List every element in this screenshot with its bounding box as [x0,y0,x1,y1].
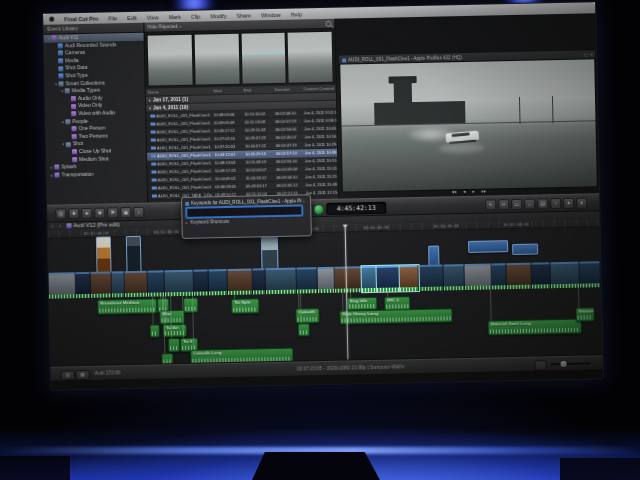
timeline-clip-video[interactable] [194,269,210,295]
timeline-clip-video[interactable] [76,272,92,298]
favorite-icon[interactable]: ★ [81,208,92,219]
fast-forward-icon[interactable]: ▸▸ [482,188,487,196]
menu-item-clip[interactable]: Clip [186,13,206,19]
menu-item-share[interactable]: Share [231,12,256,19]
timeline-clip-video[interactable] [317,267,335,293]
position-tool-icon[interactable]: ⇔ [524,199,535,210]
timeline-clip-video[interactable] [148,270,166,296]
column-header-duration[interactable]: Duration [272,85,301,93]
viewer-settings-icon[interactable]: ≡ [590,52,593,57]
trim-tool-icon[interactable]: ▭ [511,199,522,210]
timeline-clip-video[interactable] [361,266,377,292]
clip-appearance-icon[interactable]: ▤ [537,198,548,209]
menu-item-file[interactable]: File [103,15,122,21]
timeline-clip-audio[interactable] [298,323,310,336]
timeline-clip-video[interactable] [209,269,229,295]
menu-item-view[interactable]: View [142,14,164,20]
timeline-clip-audio-eng-idle[interactable]: Eng Idle [347,297,377,311]
effects-icon[interactable]: ✦ [563,198,574,209]
timeline-clip-video[interactable] [600,261,602,287]
select-tool-icon[interactable]: ↖ [485,199,496,210]
timeline-clip-video[interactable] [491,263,507,289]
filmstrip-frame[interactable] [240,32,287,85]
timeline-clip-video[interactable] [443,264,465,290]
filmstrip-frame[interactable] [287,31,334,84]
column-header-start[interactable]: Start [211,87,242,95]
menu-item-help[interactable]: Help [286,11,307,17]
rewind-icon[interactable]: ◂◂ [452,188,457,196]
filter-dropdown[interactable]: Hide Rejected [147,24,177,30]
audio-meters-button[interactable]: ▦ [76,369,90,379]
new-event-icon[interactable]: ✚ [68,208,79,219]
timeline-clip-connected[interactable] [261,237,279,269]
timeline-clip-video[interactable] [531,262,551,288]
timeline-clip-video[interactable] [334,266,362,293]
menu-item-modify[interactable]: Modify [205,12,231,19]
keyword-icon[interactable]: ⚑ [107,207,118,218]
apple-logo-icon[interactable] [49,17,54,22]
timeline-index-button[interactable]: ▤ [61,370,75,380]
previous-frame-icon[interactable]: ◂ [463,188,465,196]
blade-tool-icon[interactable]: ✂ [498,199,509,210]
clip-appearance-button[interactable] [534,360,546,370]
menu-item-window[interactable]: Window [256,11,286,18]
timeline-clip-connected[interactable] [126,236,142,272]
timeline-clip-video[interactable] [399,265,419,291]
background-tasks-icon[interactable] [313,203,324,214]
sidebar-item-transportation[interactable]: ▸Transportation [46,169,146,179]
filmstrip-frame[interactable] [193,33,240,86]
timeline-clip-connected[interactable] [512,244,538,256]
timeline-clip-audio-catwalk[interactable]: Catwalk [295,308,319,323]
filmstrip-frame[interactable] [147,34,194,87]
project-name[interactable]: Audi V12 (Pre edit) [73,221,120,228]
timeline-clip-audio-broadcast-medium[interactable]: Broadcast Medium [97,298,157,314]
play-icon[interactable]: ▸ [472,188,474,196]
cell-name: AUDI_ROLL_001_FlashCine1... [148,183,213,191]
timeline-clip-video[interactable] [296,267,318,293]
zoom-slider-knob[interactable] [560,360,566,366]
timeline-clip-audio[interactable] [183,298,198,313]
timeline-clip-video[interactable] [265,268,297,295]
column-header-content-created[interactable]: Content Created [301,85,336,93]
timeline-clip-connected[interactable] [96,236,112,272]
timeline-clip-video[interactable] [506,263,532,290]
timeline-clip-video[interactable] [550,262,580,289]
menu-item-final-cut-pro[interactable]: Final Cut Pro [59,15,103,22]
column-header-end[interactable]: End [242,86,273,94]
timeline-clip-audio-tw-spin[interactable]: Tw Spin [231,298,259,314]
keyword-input[interactable] [186,205,302,217]
menu-item-mark[interactable]: Mark [164,13,186,19]
timeline-clip-connected[interactable] [428,246,439,266]
timeline-clip-video[interactable] [418,264,444,291]
timeline-clip-video[interactable] [49,272,77,299]
timeline-clip-audio-swoosh[interactable]: Swoosh [575,307,594,321]
keyword-shortcuts-toggle[interactable]: ▸ Keyword Shortcuts [185,217,307,225]
timeline-clip-audio[interactable] [150,324,160,337]
more-tools-icon[interactable]: ▾ [576,197,587,208]
audio-icon[interactable]: ♪ [133,207,144,218]
timeline-clip-video[interactable] [228,268,254,295]
timeline-clip-video[interactable] [376,265,400,291]
timeline-clip-video[interactable] [91,271,113,297]
timeline-clip-video[interactable] [579,261,601,287]
timeline-clip-video[interactable] [464,263,492,290]
timeline-clip-video[interactable] [112,271,126,297]
timeline-clip-video[interactable] [125,271,149,297]
timeline-clip-connected[interactable] [468,240,508,253]
timeline-clip-audio-rain-heavy-long[interactable]: Rain Heavy Long [339,308,452,324]
search-icon[interactable] [325,20,331,26]
viewer-video-frame[interactable] [339,58,598,192]
retime-icon[interactable]: ◔ [550,198,561,209]
zoom-slider-track[interactable] [551,362,591,365]
viewer-zoom-menu-icon[interactable]: ▢ [584,52,588,57]
timeline-clip-video[interactable] [253,268,267,294]
timeline-history-arrows[interactable]: ‹ › [51,222,63,228]
reject-icon[interactable]: ✖ [94,208,105,219]
menu-item-edit[interactable]: Edit [122,14,142,20]
column-header-name[interactable]: Name [146,87,211,95]
import-media-icon[interactable]: ▥ [55,208,66,219]
timeline-clip-video[interactable] [165,270,195,297]
connect-clip-icon[interactable]: ▣ [120,207,131,218]
timeline-clip-audio[interactable] [168,338,180,352]
timeline-clip-audio-material-swirl-long[interactable]: Material Swirl Long [488,319,582,336]
